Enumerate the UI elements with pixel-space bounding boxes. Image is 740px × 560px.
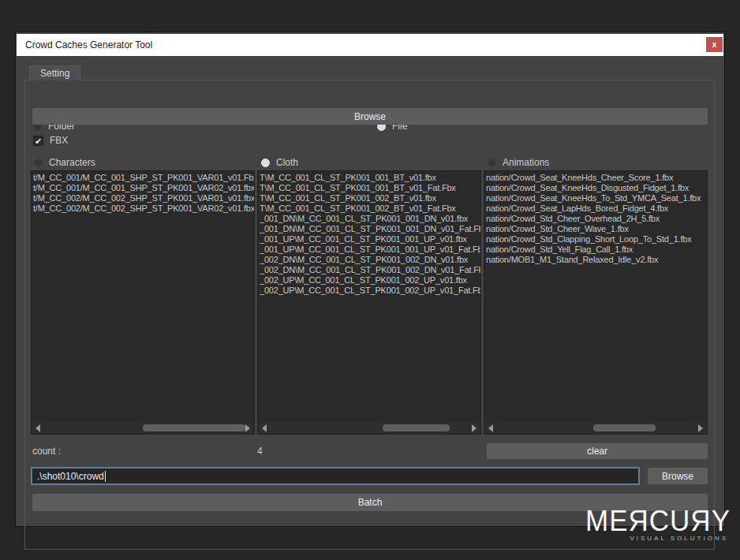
list-item[interactable]: nation/Crowd_Seat_KneeHds_Cheer_Score_1.…: [486, 173, 707, 183]
list-item[interactable]: T\M_CC_001_CL_ST_PK001_002_BT_v01_Fat.Fb…: [260, 203, 480, 214]
characters-hscrollbar[interactable]: [32, 422, 254, 434]
scroll-left-icon[interactable]: [262, 424, 267, 432]
animations-list[interactable]: nation/Crowd_Seat_KneeHds_Cheer_Score_1.…: [484, 170, 708, 435]
scroll-left-icon[interactable]: [36, 424, 40, 432]
clear-button[interactable]: clear: [487, 443, 708, 459]
window-title: Crowd Caches Generator Tool: [17, 39, 152, 50]
list-item[interactable]: T\M_CC_001_CL_ST_PK001_001_BT_v01.fbx: [260, 173, 480, 183]
scroll-left-icon[interactable]: [488, 424, 493, 432]
cloth-radio-row[interactable]: Cloth: [261, 157, 298, 168]
list-item[interactable]: _001_UP\M_CC_001_CL_ST_PK001_001_UP_v01_…: [260, 245, 480, 255]
scrollbar-thumb[interactable]: [593, 424, 656, 431]
list-item[interactable]: nation/Crowd_Seat_KneeHds_Disgusted_Fidg…: [486, 183, 707, 193]
fbx-checkbox-row[interactable]: ✔ FBX: [33, 135, 68, 146]
list-item[interactable]: t/M_CC_002/M_CC_002_SHP_ST_PK001_VAR01_v…: [33, 193, 254, 203]
browse-source-button[interactable]: Browse: [32, 108, 708, 125]
list-item[interactable]: t/M_CC_002/M_CC_002_SHP_ST_PK001_VAR02_v…: [33, 203, 254, 214]
characters-list[interactable]: t/M_CC_001/M_CC_001_SHP_ST_PK001_VAR01_v…: [31, 170, 255, 435]
cloth-radio[interactable]: [261, 159, 270, 167]
output-path-value: .\shot010\crowd: [37, 471, 104, 482]
mercury-logo-wordmark: MEЯCUЯY: [585, 506, 731, 535]
fbx-checkbox[interactable]: ✔: [33, 136, 43, 146]
list-item[interactable]: _002_UP\M_CC_001_CL_ST_PK001_002_UP_v01_…: [260, 286, 480, 296]
scrollbar-thumb[interactable]: [383, 424, 450, 431]
list-item[interactable]: nation/Crowd_Std_Cheer_Overhead_2H_5.fbx: [486, 214, 707, 224]
list-item[interactable]: _001_UP\M_CC_001_CL_ST_PK001_001_UP_v01.…: [260, 234, 480, 245]
cloth-hscrollbar[interactable]: [258, 422, 480, 434]
list-item[interactable]: T\M_CC_001_CL_ST_PK001_002_BT_v01.fbx: [260, 193, 480, 203]
browse-output-button[interactable]: Browse: [648, 468, 708, 484]
animations-radio-row[interactable]: Animations: [488, 157, 549, 168]
cloth-list[interactable]: T\M_CC_001_CL_ST_PK001_001_BT_v01.fbxT\M…: [257, 170, 481, 435]
list-item[interactable]: nation/MOB1_M1_Stand_Relaxed_Idle_v2.fbx: [486, 255, 707, 265]
mercury-logo: MEЯCUЯY VISUAL SOLUTIONS: [585, 507, 731, 542]
list-item[interactable]: t/M_CC_001/M_CC_001_SHP_ST_PK001_VAR02_v…: [33, 183, 254, 193]
list-item[interactable]: _002_UP\M_CC_001_CL_ST_PK001_002_UP_v01.…: [260, 275, 480, 286]
count-value: 4: [257, 446, 263, 457]
list-item[interactable]: _002_DN\M_CC_001_CL_ST_PK001_002_DN_v01.…: [260, 255, 480, 265]
scrollbar-thumb[interactable]: [143, 424, 245, 431]
close-icon[interactable]: x: [706, 37, 723, 52]
crowd-caches-generator-window: Crowd Caches Generator Tool x Setting Fo…: [15, 32, 725, 527]
characters-radio[interactable]: [34, 159, 43, 167]
scroll-right-icon[interactable]: [245, 424, 250, 432]
animations-label: Animations: [503, 157, 549, 168]
list-item[interactable]: _001_DN\M_CC_001_CL_ST_PK001_001_DN_v01.…: [260, 214, 480, 224]
list-item[interactable]: nation/Crowd_Std_Clapping_Short_Loop_To_…: [486, 234, 707, 245]
text-caret: [105, 471, 106, 482]
cloth-label: Cloth: [276, 157, 298, 168]
animations-list-items: nation/Crowd_Seat_KneeHds_Cheer_Score_1.…: [486, 173, 707, 421]
list-item[interactable]: nation/Crowd_Std_Yell_Flag_Call_1.fbx: [486, 245, 707, 255]
tab-setting[interactable]: Setting: [29, 65, 80, 80]
scroll-right-icon[interactable]: [472, 424, 477, 432]
list-item[interactable]: T\M_CC_001_CL_ST_PK001_001_BT_v01_Fat.Fb…: [260, 183, 480, 193]
list-item[interactable]: nation/Crowd_Seat_LapHds_Bored_Fidget_4.…: [486, 203, 707, 214]
list-item[interactable]: _001_DN\M_CC_001_CL_ST_PK001_001_DN_v01_…: [260, 224, 480, 234]
titlebar[interactable]: Crowd Caches Generator Tool: [17, 34, 723, 56]
count-label: count :: [32, 446, 61, 457]
characters-label: Characters: [49, 157, 95, 168]
list-item[interactable]: nation/Crowd_Std_Cheer_Wave_1.fbx: [486, 224, 707, 234]
characters-radio-row[interactable]: Characters: [34, 157, 95, 168]
list-item[interactable]: t/M_CC_001/M_CC_001_SHP_ST_PK001_VAR01_v…: [33, 173, 254, 183]
cloth-list-items: T\M_CC_001_CL_ST_PK001_001_BT_v01.fbxT\M…: [260, 173, 480, 421]
animations-radio[interactable]: [488, 159, 496, 167]
fbx-label: FBX: [50, 135, 68, 146]
characters-list-items: t/M_CC_001/M_CC_001_SHP_ST_PK001_VAR01_v…: [33, 173, 254, 421]
list-item[interactable]: nation/Crowd_Seat_KneeHds_To_Std_YMCA_Se…: [486, 193, 707, 203]
scroll-right-icon[interactable]: [698, 424, 703, 432]
list-item[interactable]: _002_DN\M_CC_001_CL_ST_PK001_002_DN_v01_…: [260, 265, 480, 275]
animations-hscrollbar[interactable]: [484, 422, 707, 434]
output-path-input[interactable]: .\shot010\crowd: [31, 467, 640, 485]
